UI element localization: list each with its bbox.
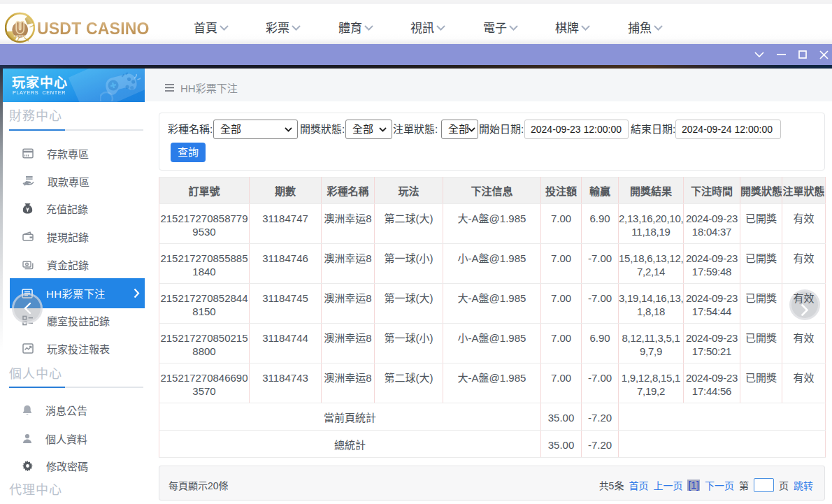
svg-text:CASINO: CASINO <box>14 34 27 38</box>
